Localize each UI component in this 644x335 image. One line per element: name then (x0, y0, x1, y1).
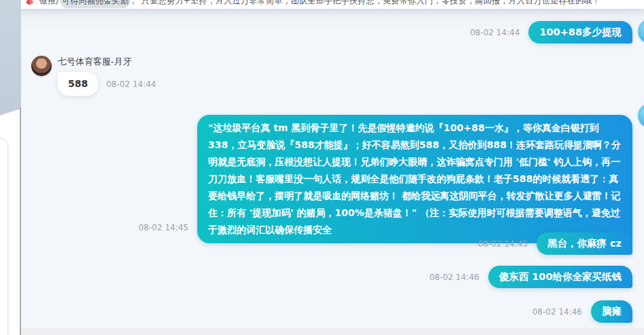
message-timestamp: 08-02 14:45 (139, 223, 188, 232)
message-timestamp: 08-02 14:44 (470, 28, 520, 37)
message-bubble-outgoing: 100+88多少提现 (528, 21, 632, 43)
message-timestamp: 08-02 14:45 (478, 239, 528, 249)
message-bubble-outgoing: 黑台，你麻痹 cz (537, 232, 632, 255)
message-bubble-outgoing: "这垃圾平台真 tm 黑到骨子里了！先是假惺特邀约说『100+88一水』，等你真… (197, 115, 632, 243)
message-row: 08-02 14:45 黑台，你麻痹 cz (478, 232, 632, 255)
background-panel-strip (0, 0, 21, 116)
announcement-text: 做推/ 可得同额佣金奖励，“只要您努力+坚持，月入过万非常简单；团队全部手把手扶… (39, 0, 600, 7)
message-timestamp: 08-02 14:46 (532, 307, 582, 317)
agent-name: 七号体育客服-月牙 (58, 56, 156, 67)
window-edge-divider (20, 107, 21, 335)
agent-avatar[interactable] (31, 56, 52, 76)
message-timestamp: 08-02 14:46 (429, 272, 479, 282)
message-row: 08-02 14:46 傻东西 100给你全家买纸钱 (429, 266, 632, 288)
message-row: 08-02 14:45 "这垃圾平台真 tm 黑到骨子里了！先是假惺特邀约说『1… (139, 115, 632, 243)
message-timestamp: 08-02 14:44 (106, 80, 156, 89)
announcement-bar: 做推/ 可得同额佣金奖励，“只要您努力+坚持，月入过万非常简单；团队全部手把手扶… (20, 0, 644, 9)
chat-input-area-edge (20, 328, 644, 335)
message-bubble-incoming: 588 (58, 72, 98, 96)
background-panel-corner (0, 138, 8, 335)
message-bubble-outgoing: 脑瘫 (591, 300, 632, 323)
megaphone-icon (25, 0, 35, 7)
message-row: 08-02 14:44 100+88多少提现 (470, 21, 632, 43)
agent-message: 七号体育客服-月牙 588 08-02 14:44 (31, 56, 156, 96)
chat-window: 做推/ 可得同额佣金奖励，“只要您努力+坚持，月入过万非常简单；团队全部手把手扶… (0, 0, 644, 335)
message-row: 08-02 14:46 脑瘫 (532, 300, 632, 323)
message-bubble-outgoing: 傻东西 100给你全家买纸钱 (488, 266, 632, 288)
